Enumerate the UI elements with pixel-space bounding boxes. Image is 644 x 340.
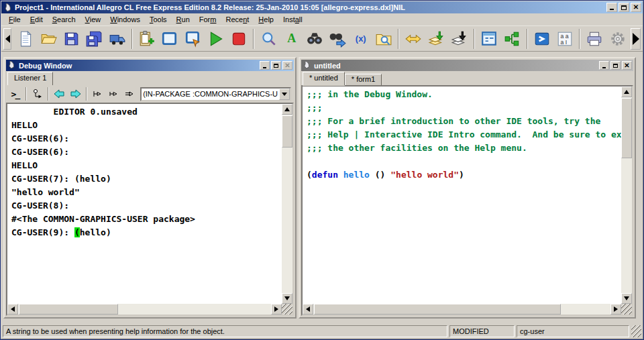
scroll-up-button[interactable] [621,87,632,97]
case-mode-button[interactable]: a aa I [553,28,576,50]
new-form-icon [161,30,178,48]
compile-load-button[interactable] [448,28,471,50]
menu-install[interactable]: Install [278,14,307,25]
find-in-files-button[interactable] [372,28,395,50]
hscroll-thumb[interactable] [19,304,118,315]
listener-line: HELLO [11,119,278,132]
vscroll-thumb[interactable] [282,115,292,148]
scroll-down-button[interactable] [621,293,632,304]
tab-form1[interactable]: * form1 [345,74,382,85]
find-next-button[interactable] [326,28,349,50]
listener-output[interactable]: EDITOR 0.unsaved HELLO CG-USER(6): CG-US… [7,104,282,304]
run-button[interactable] [205,28,227,50]
menu-recent[interactable]: Recent [221,14,254,25]
menu-windows[interactable]: Windows [105,14,145,25]
menu-edit[interactable]: Edit [25,14,48,25]
scroll-left-button[interactable] [7,304,18,315]
open-file-button[interactable] [37,28,60,50]
continue-button[interactable] [121,87,137,101]
zoom-button[interactable] [257,28,280,50]
restart-button[interactable] [30,87,45,101]
new-file-button[interactable] [13,28,36,50]
close-icon: ✕ [284,62,290,69]
debug-title-bar[interactable]: Debug Window ✕ [6,60,294,71]
maximize-icon [613,64,618,68]
minimize-button[interactable] [606,3,617,12]
new-listener-button[interactable]: >_ [7,87,23,101]
editor-vscrollbar[interactable] [621,87,632,304]
print-button[interactable] [583,28,606,50]
prompt-icon: >_ [11,89,19,99]
menu-form[interactable]: Form [195,14,221,25]
listener-button[interactable] [531,28,553,50]
debug-maximize-button[interactable] [271,61,281,70]
hscroll-thumb[interactable] [314,304,561,315]
new-form-button[interactable] [158,28,181,50]
maximize-icon [621,5,627,10]
debug-minimize-button[interactable] [260,61,270,70]
replace-button[interactable]: (x) [350,28,372,50]
options-button[interactable] [606,28,629,50]
swap-button[interactable] [402,28,425,50]
close-button[interactable]: ✕ [631,3,641,12]
find-button[interactable] [303,28,326,50]
class-graph-icon [504,30,521,48]
toolbar-collapse-handle[interactable] [3,28,11,50]
history-forward-button[interactable] [68,87,83,101]
inspect-button[interactable] [478,28,500,50]
scroll-left-button[interactable] [303,304,313,315]
tab-listener1[interactable]: Listener 1 [7,72,53,85]
editor-close-button[interactable]: ✕ [622,61,632,70]
minimize-icon [610,9,614,10]
new-dialog-button[interactable] [182,28,205,50]
statusbar-resize-grip[interactable] [631,325,641,337]
class-browser-button[interactable] [500,28,523,50]
package-combo[interactable]: (IN-PACKAGE :COMMON-GRAPHICS-U [140,87,291,101]
stop-button[interactable] [227,28,250,50]
debug-window: Debug Window ✕ Listener 1 >_ [3,57,297,319]
fonts-button[interactable]: A [280,28,303,50]
listener-hscrollbar[interactable] [7,304,282,315]
vscroll-thumb[interactable] [621,98,632,158]
maximize-button[interactable] [619,3,629,12]
listener-frame: EDITOR 0.unsaved HELLO CG-USER(6): CG-US… [6,103,294,316]
deliver-button[interactable] [106,28,129,50]
scroll-up-button[interactable] [282,104,292,115]
menu-help[interactable]: Help [254,14,278,25]
editor-title-bar[interactable]: untitled ✕ [301,60,633,71]
editor-minimize-button[interactable] [599,61,609,70]
save-all-button[interactable] [83,28,105,50]
menu-view[interactable]: View [80,14,106,25]
down-arrow-icon [624,296,629,300]
main-toolbar: A (x) a aa I [1,26,643,52]
save-button[interactable] [60,28,83,50]
resize-grip[interactable] [621,304,632,315]
scroll-down-button[interactable] [282,293,292,304]
scroll-right-button[interactable] [271,304,282,315]
new-project-button[interactable] [136,28,158,50]
save-icon [62,30,80,48]
menu-file[interactable]: File [4,14,25,25]
step-into-button[interactable] [90,87,105,101]
menu-run[interactable]: Run [172,14,195,25]
menu-tools[interactable]: Tools [145,14,172,25]
history-back-button[interactable] [52,87,67,101]
combo-dropdown-button[interactable] [279,89,290,100]
menu-search[interactable]: Search [48,14,80,25]
editor-text[interactable]: ;;; in the Debug Window. ;;; ;;; For a b… [303,87,621,304]
left-arrow-icon [11,306,15,312]
resize-grip[interactable] [282,304,292,315]
tab-untitled[interactable]: * untitled [303,72,345,85]
step-over-button[interactable] [105,87,121,101]
listener-line: CG-USER(8): [11,199,278,213]
listener-vscrollbar[interactable] [282,104,292,304]
scroll-right-button[interactable] [610,304,621,315]
debug-close-button[interactable]: ✕ [282,61,292,70]
editor-hscrollbar[interactable] [303,304,621,315]
load-file-button[interactable] [425,28,448,50]
toolbar-expand-handle[interactable] [631,28,641,50]
editor-window-title: untitled [314,62,599,70]
stop-icon [230,30,248,48]
listener-line: "hello world" [11,186,278,199]
editor-maximize-button[interactable] [610,61,621,70]
